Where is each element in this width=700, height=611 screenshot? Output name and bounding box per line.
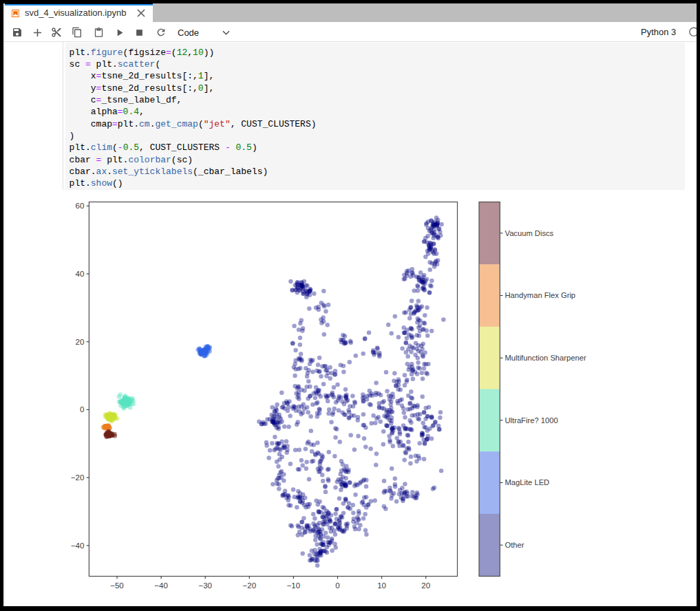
svg-text:40: 40 bbox=[76, 270, 85, 278]
svg-text:10: 10 bbox=[377, 581, 386, 590]
svg-text:Other: Other bbox=[505, 541, 524, 549]
svg-text:−20: −20 bbox=[71, 473, 85, 482]
svg-text:Multifunction Sharpener: Multifunction Sharpener bbox=[505, 354, 586, 362]
svg-text:Handyman Flex Grip: Handyman Flex Grip bbox=[505, 291, 576, 299]
svg-text:−10: −10 bbox=[287, 581, 301, 590]
svg-text:−40: −40 bbox=[71, 542, 85, 550]
svg-text:−40: −40 bbox=[154, 581, 168, 590]
svg-text:20: 20 bbox=[76, 338, 85, 346]
svg-text:−20: −20 bbox=[243, 581, 257, 590]
svg-text:0: 0 bbox=[80, 405, 84, 414]
svg-text:20: 20 bbox=[421, 581, 430, 590]
svg-text:Vacuum Discs: Vacuum Discs bbox=[505, 229, 554, 237]
svg-text:0: 0 bbox=[335, 581, 339, 590]
svg-text:MagLite LED: MagLite LED bbox=[505, 478, 550, 486]
svg-text:−30: −30 bbox=[198, 581, 212, 590]
svg-text:UltraFire? 1000: UltraFire? 1000 bbox=[505, 416, 558, 425]
svg-text:−50: −50 bbox=[110, 581, 124, 590]
svg-text:60: 60 bbox=[76, 202, 85, 210]
